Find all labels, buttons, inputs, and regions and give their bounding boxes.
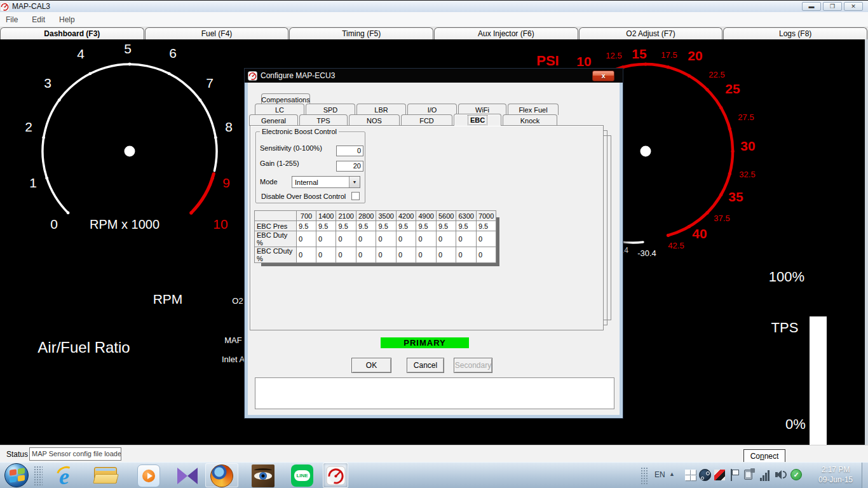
main-tab-4[interactable]: O2 Adjust (F7): [579, 27, 723, 39]
statusbar: Status MAP Sensor config file loade Conn…: [0, 445, 868, 462]
disable-overboost-checkbox[interactable]: [351, 192, 360, 200]
tray-expand-icon[interactable]: ▲: [669, 471, 675, 477]
table-cell[interactable]: 0: [336, 247, 356, 263]
internet-explorer-icon[interactable]: e: [55, 464, 78, 487]
table-cell[interactable]: 0: [336, 231, 356, 247]
table-cell[interactable]: 0: [297, 231, 316, 247]
table-cell[interactable]: 9.5: [316, 221, 336, 231]
table-cell[interactable]: 9.5: [356, 221, 376, 231]
main-tab-5[interactable]: Logs (F8): [723, 27, 867, 39]
table-col-header: 5600: [436, 211, 456, 221]
table-cell[interactable]: 0: [456, 247, 476, 263]
connect-button[interactable]: Connect: [743, 449, 785, 463]
chevron-down-icon[interactable]: ▼: [349, 177, 360, 187]
dialog-tab-i-o[interactable]: I/O: [407, 104, 457, 115]
close-button[interactable]: ✕: [844, 2, 863, 11]
minimize-button[interactable]: ▬: [802, 2, 821, 11]
tray-network-signal-icon[interactable]: [760, 468, 771, 481]
mapcal-taskbar-button[interactable]: [323, 463, 348, 488]
dialog-tab-nos[interactable]: NOS: [349, 114, 400, 126]
mode-dropdown[interactable]: Internal ▼: [292, 176, 360, 188]
groupbox-title: Electronic Boost Control: [260, 128, 339, 135]
main-tab-2[interactable]: Timing (F5): [289, 27, 433, 39]
maximize-button[interactable]: ❐: [823, 2, 842, 11]
menu-edit[interactable]: Edit: [32, 15, 45, 24]
tray-kaspersky-icon[interactable]: [714, 470, 725, 480]
dialog-tab-lbr[interactable]: LBR: [356, 104, 406, 115]
tray-update-icon[interactable]: ✓: [790, 469, 802, 480]
dialog-tab-flex-fuel[interactable]: Flex Fuel: [508, 104, 559, 115]
table-cell[interactable]: 0: [297, 247, 316, 263]
table-cell[interactable]: 0: [436, 231, 456, 247]
media-player-icon[interactable]: [137, 464, 160, 487]
dialog-close-button[interactable]: x: [592, 71, 614, 81]
rpm-gauge-label-2: 2: [25, 119, 32, 135]
tray-volume-icon[interactable]: [775, 469, 788, 480]
language-indicator[interactable]: EN: [654, 470, 665, 479]
tray-clock[interactable]: 2:17 PM 09-Jun-15: [812, 464, 859, 485]
tray-windows-icon[interactable]: [685, 470, 696, 480]
kmplayer-icon[interactable]: [177, 466, 198, 485]
table-cell[interactable]: 9.5: [336, 221, 356, 231]
table-cell[interactable]: 9.5: [396, 221, 416, 231]
table-cell[interactable]: 0: [456, 231, 476, 247]
table-cell[interactable]: 0: [436, 247, 456, 263]
table-cell[interactable]: 9.5: [436, 221, 456, 231]
firefox-taskbar-button[interactable]: [205, 463, 238, 487]
main-tab-3[interactable]: Aux Injector (F6): [434, 27, 578, 39]
dialog-message-box[interactable]: [255, 377, 614, 409]
dialog-tab-tps[interactable]: TPS: [299, 114, 348, 126]
tray-device-icon[interactable]: [744, 468, 755, 481]
show-desktop-button[interactable]: [862, 463, 868, 488]
table-cell[interactable]: 0: [376, 231, 396, 247]
table-cell[interactable]: 0: [396, 231, 416, 247]
mapcal-icon: [326, 466, 346, 485]
status-message-box: MAP Sensor config file loade: [29, 447, 121, 461]
table-col-header: 2100: [336, 211, 356, 221]
table-cell[interactable]: 9.5: [456, 221, 476, 231]
table-cell[interactable]: 0: [476, 231, 496, 247]
table-cell[interactable]: 0: [416, 231, 436, 247]
table-cell[interactable]: 0: [316, 231, 336, 247]
main-tab-0[interactable]: Dashboard (F3): [0, 27, 144, 39]
tray-steam-icon[interactable]: [699, 469, 711, 481]
dialog-tab-fcd[interactable]: FCD: [401, 114, 452, 126]
eye-image-icon[interactable]: [252, 464, 275, 487]
table-cell[interactable]: 0: [376, 247, 396, 263]
table-row-label: EBC Pres: [255, 221, 297, 231]
tray-grip[interactable]: [641, 467, 648, 485]
dialog-tab-ebc[interactable]: EBC: [454, 114, 501, 126]
rpm-gauge-label-0: 0: [50, 217, 58, 232]
dialog-tab-lc[interactable]: LC: [255, 104, 304, 115]
cancel-button[interactable]: Cancel: [407, 358, 444, 373]
gain-input[interactable]: 20: [336, 161, 363, 172]
table-cell[interactable]: 9.5: [297, 221, 316, 231]
dashboard-text-6: TPS: [771, 320, 799, 336]
dialog-tab-spd[interactable]: SPD: [306, 104, 355, 115]
table-cell[interactable]: 0: [316, 247, 336, 263]
tray-action-center-flag-icon[interactable]: [729, 469, 740, 481]
table-cell[interactable]: 9.5: [376, 221, 396, 231]
dialog-titlebar[interactable]: Configure MAP-ECU3 x: [245, 69, 623, 83]
taskbar-grip[interactable]: [34, 466, 43, 486]
file-explorer-icon[interactable]: [94, 466, 118, 485]
main-tab-1[interactable]: Fuel (F4): [145, 27, 289, 39]
table-cell[interactable]: 9.5: [416, 221, 436, 231]
sensitivity-input[interactable]: 0: [336, 146, 363, 156]
ok-button[interactable]: OK: [351, 358, 391, 373]
dialog-tab-general[interactable]: General: [249, 114, 298, 126]
line-app-icon[interactable]: LINE: [291, 464, 313, 487]
psi-gauge-label-0: PSI: [536, 53, 559, 69]
table-cell[interactable]: 0: [476, 247, 496, 263]
table-cell[interactable]: 9.5: [476, 221, 496, 231]
table-cell[interactable]: 0: [356, 231, 376, 247]
table-cell[interactable]: 0: [396, 247, 416, 263]
table-cell[interactable]: 0: [416, 247, 436, 263]
table-cell[interactable]: 0: [356, 247, 376, 263]
dashboard-text-7: 0%: [785, 416, 806, 433]
menu-help[interactable]: Help: [59, 15, 75, 24]
dialog-tab-knock[interactable]: Knock: [503, 114, 557, 126]
ebc-table[interactable]: 700140021002800350042004900560063007000E…: [254, 210, 496, 263]
start-button[interactable]: [4, 463, 29, 487]
menu-file[interactable]: File: [6, 15, 18, 24]
